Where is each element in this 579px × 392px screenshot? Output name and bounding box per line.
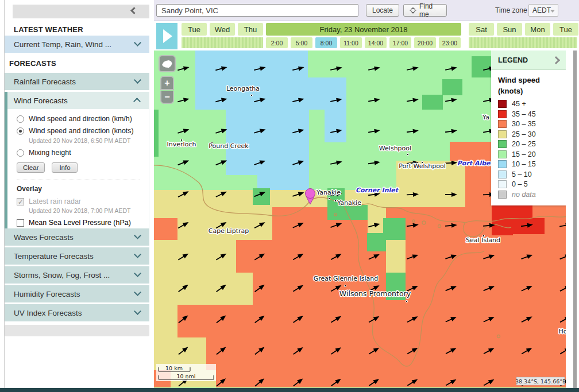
wind-option[interactable]: Wind speed and direction (knots) <box>17 127 144 135</box>
locate-button[interactable]: Locate <box>366 4 399 17</box>
wind-cell <box>154 305 177 337</box>
chevron-right-icon[interactable] <box>552 56 560 64</box>
legend-body: Wind speed (knots) 45 +35 – 4530 – 3525 … <box>491 70 566 205</box>
sidebar-item-current-obs[interactable]: Current Temp, Rain, Wind ... <box>5 36 149 53</box>
sidebar-item-wind-forecasts[interactable]: Wind Forecasts <box>7 92 149 109</box>
legend-item: 15 – 20 <box>498 149 560 160</box>
time-chip[interactable]: 11:00 <box>340 37 362 48</box>
scale-nmi-label: 10 nmi <box>176 373 195 379</box>
time-chip[interactable]: 20:00 <box>414 37 436 48</box>
info-button[interactable]: Info <box>52 162 78 173</box>
legend-item: 45 + <box>498 99 560 110</box>
checkbox[interactable] <box>17 219 24 227</box>
overlay-option-label: Latest rain radar <box>29 197 81 205</box>
sidebar-item-label: UV Index Forecasts <box>14 309 82 317</box>
place-dot <box>250 94 252 96</box>
place-label: Seal Island <box>466 236 500 244</box>
timezone-value: AEDT <box>532 6 551 14</box>
radio-button[interactable] <box>17 115 24 123</box>
wind-cell <box>386 240 406 273</box>
time-chip[interactable]: 17:00 <box>389 37 411 48</box>
wind-option-list: Wind speed and direction (km/h)Wind spee… <box>17 115 144 157</box>
zoom-in-button[interactable]: + <box>160 76 174 90</box>
wind-cell <box>442 79 462 95</box>
sidebar-item-label: Humidity Forecasts <box>14 290 80 298</box>
time-chip[interactable]: 23:00 <box>439 37 461 48</box>
sidebar-item-rainfall-forecasts[interactable]: Rainfall Forecasts <box>5 73 149 90</box>
sidebar-item-humidity-forecasts[interactable]: Humidity Forecasts <box>5 285 149 302</box>
play-button[interactable] <box>156 23 177 49</box>
day-tab[interactable]: Wed <box>210 23 235 36</box>
overlay-option[interactable]: Mean Sea Level Pressure (hPa) <box>17 219 144 227</box>
day-tab[interactable]: Sat <box>469 23 494 36</box>
time-chip[interactable]: 5:00 <box>291 37 312 48</box>
sidebar: LATEST WEATHER Current Temp, Rain, Wind … <box>0 0 154 388</box>
updated-timestamp: Updated 20 Nov 2018, 7:00 PM AEDT <box>29 207 144 214</box>
overlay-heading: Overlay <box>17 185 144 193</box>
australia-icon <box>161 60 173 68</box>
sidebar-item-storms-snow-fog-frost-[interactable]: Storms, Snow, Fog, Frost ... <box>5 266 149 284</box>
map-home-button[interactable] <box>159 55 176 72</box>
radio-button[interactable] <box>17 149 24 157</box>
day-tabs-after: SatSunMonTue <box>469 23 578 36</box>
legend-swatch <box>498 140 507 148</box>
timezone-label: Time zone <box>495 6 527 14</box>
place-label: Pound Creek <box>209 142 249 150</box>
sidebar-item-label: Storms, Snow, Fog, Frost ... <box>14 271 110 280</box>
divider <box>17 180 140 180</box>
legend-subtitle: Wind speed <box>498 75 560 86</box>
crosshair-icon <box>410 6 416 14</box>
sidebar-item-uv-index-forecasts[interactable]: UV Index Forecasts <box>5 304 149 321</box>
wind-option-label: Mixing height <box>29 149 71 157</box>
wind-forecasts-body: Wind speed and direction (km/h)Wind spee… <box>7 109 149 237</box>
map-canvas[interactable]: LeongathaInverlochPound CreekWelshpoolPo… <box>154 51 566 388</box>
chevron-down-icon <box>134 251 141 258</box>
place-label: Yanakie <box>337 199 361 207</box>
day-tab[interactable]: Sun <box>497 23 522 36</box>
wind-option[interactable]: Wind speed and direction (km/h) <box>17 115 144 123</box>
chevron-down-icon <box>550 10 555 13</box>
day-tab[interactable]: Tue <box>553 23 578 36</box>
updated-timestamp: Updated 20 Nov 2018, 6:50 PM AEDT <box>29 137 144 144</box>
day-tab[interactable]: Mon <box>525 23 550 36</box>
collapse-sidebar-button[interactable] <box>13 5 149 18</box>
legend-item: 35 – 45 <box>498 109 560 119</box>
scale-km-label: 10 km <box>165 365 183 371</box>
place-dot <box>344 285 346 286</box>
legend-item-label: 30 – 35 <box>512 120 536 128</box>
window-edge <box>4 0 5 388</box>
legend-item: 0 – 5 <box>498 180 560 190</box>
legend-header: LEGEND <box>491 51 566 70</box>
sidebar-item-temperature-forecasts[interactable]: Temperature Forecasts <box>5 247 149 265</box>
day-tab-selected[interactable]: Friday, 23 November 2018 <box>266 23 461 36</box>
place-label: Cape Liptrap <box>209 227 249 235</box>
timezone-select[interactable]: AEDT <box>528 4 558 17</box>
scroll-strip[interactable] <box>573 51 577 388</box>
time-chip[interactable]: 8:00 <box>315 37 337 48</box>
chevron-down-icon <box>134 76 141 84</box>
wind-cell <box>195 51 308 77</box>
chevron-down-icon <box>134 308 141 315</box>
sidebar-item-label: Temperature Forecasts <box>14 252 94 261</box>
legend-item-label: 0 – 5 <box>512 180 528 188</box>
time-chip[interactable]: 2:00 <box>266 37 288 48</box>
wind-cell <box>422 95 443 110</box>
radio-button[interactable] <box>17 127 24 135</box>
clear-button[interactable]: Clear <box>17 162 45 173</box>
place-dot <box>407 153 408 155</box>
time-chip[interactable]: 14:00 <box>365 37 387 48</box>
search-input[interactable] <box>156 4 358 17</box>
overlay-option[interactable]: ✓Latest rain radar <box>17 197 144 205</box>
bottom-bar <box>0 388 579 392</box>
legend-swatch <box>498 150 507 158</box>
zoom-out-button[interactable]: − <box>160 91 174 104</box>
find-me-button[interactable]: Find me <box>403 4 447 17</box>
latest-weather-heading: LATEST WEATHER <box>14 25 83 34</box>
sidebar-item-waves-forecasts[interactable]: Waves Forecasts <box>5 228 149 246</box>
day-tab[interactable]: Tue <box>182 23 207 36</box>
checkbox[interactable]: ✓ <box>17 198 24 205</box>
legend-item-list: 45 +35 – 4530 – 3525 – 3020 – 2515 – 201… <box>498 99 560 200</box>
wind-option[interactable]: Mixing height <box>17 149 144 157</box>
day-tab[interactable]: Thu <box>238 23 263 36</box>
legend-item-label: no data <box>512 191 536 199</box>
